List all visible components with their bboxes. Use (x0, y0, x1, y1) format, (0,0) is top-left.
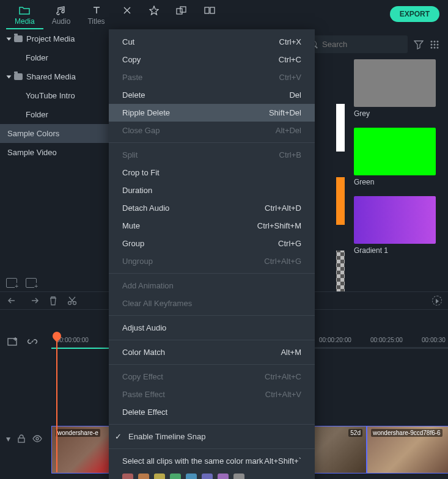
svg-rect-3 (210, 7, 215, 13)
svg-rect-0 (177, 9, 182, 14)
menu-delete[interactable]: DeleteDel (109, 86, 315, 104)
thumb-gradient[interactable]: Gradient 1 (354, 196, 436, 255)
tab-media-label: Media (15, 17, 35, 26)
search-input[interactable] (304, 35, 408, 53)
lock-icon[interactable] (18, 434, 25, 443)
star-icon (149, 5, 159, 16)
tab-titles-label: Titles (87, 17, 105, 26)
swatch (354, 59, 436, 107)
color-mark-dot[interactable] (233, 474, 244, 479)
new-bin-icon[interactable] (26, 278, 37, 288)
link-icon[interactable] (27, 337, 38, 346)
menu-copy[interactable]: CopyCtrl+C (109, 51, 315, 68)
svg-rect-1 (180, 7, 186, 12)
menu-separator (109, 424, 315, 425)
tab-media[interactable]: Media (6, 4, 43, 29)
redo-icon[interactable] (28, 296, 39, 305)
tab-audio-label: Audio (52, 17, 71, 26)
folder-icon (19, 5, 30, 16)
thumb-green[interactable]: Green (354, 128, 436, 186)
color-mark-dot[interactable] (138, 474, 149, 479)
playhead[interactable] (56, 332, 57, 472)
ruler-mark: 00:00:00:00 (56, 337, 89, 343)
check-icon: ✓ (114, 432, 122, 441)
color-mark-dot[interactable] (186, 474, 197, 479)
menu-ripple-delete[interactable]: Ripple DeleteShift+Del (109, 104, 315, 122)
tree-label: Sample Colors (7, 129, 59, 138)
menu-color-match[interactable]: Color MatchAlt+M (109, 343, 315, 361)
svg-point-4 (431, 40, 433, 42)
tab-effects[interactable] (141, 4, 167, 20)
menu-copy-effect: Copy EffectCtrl+Alt+C (109, 368, 315, 386)
text-icon (92, 5, 101, 16)
svg-point-17 (36, 437, 39, 440)
thumb-edge (336, 177, 345, 225)
color-mark-dot[interactable] (202, 474, 213, 479)
music-icon (56, 5, 66, 16)
swatch (354, 128, 436, 175)
color-mark-dot[interactable] (218, 474, 229, 479)
menu-mute[interactable]: MuteCtrl+Shift+M (109, 217, 315, 235)
color-mark-dot[interactable] (154, 474, 165, 479)
menu-timeline-snap[interactable]: ✓Enable Timeline Snap (109, 428, 315, 445)
menu-separator (109, 448, 315, 449)
track-collapse-icon[interactable]: ▾ (6, 434, 10, 444)
tree-label: YouTube Intro (26, 91, 75, 100)
menu-crop[interactable]: Crop to Fit (109, 164, 315, 181)
new-folder-icon[interactable] (6, 278, 17, 288)
menu-split: SplitCtrl+B (109, 146, 315, 164)
add-track-icon[interactable] (7, 337, 18, 346)
play-circle-icon (432, 296, 442, 305)
color-mark-dot[interactable] (122, 474, 133, 479)
render-button[interactable] (432, 296, 442, 305)
thumb-grey[interactable]: Grey (354, 59, 436, 118)
filter-icon[interactable] (414, 40, 424, 49)
tab-titles[interactable]: Titles (79, 4, 113, 28)
menu-adjust-audio[interactable]: Adjust Audio (109, 319, 315, 337)
menu-select-color[interactable]: Select all clips with the same color mar… (109, 452, 315, 470)
svg-point-7 (431, 43, 433, 45)
cut-icon[interactable] (67, 296, 77, 305)
menu-detach-audio[interactable]: Detach AudioCtrl+Alt+D (109, 199, 315, 217)
delete-icon[interactable] (49, 296, 57, 305)
menu-duration[interactable]: Duration (109, 181, 315, 199)
swatch (354, 196, 436, 244)
chevron-down-icon (7, 75, 12, 78)
ruler-mark: 00:00:30 (422, 337, 446, 343)
shapes-icon (176, 5, 187, 16)
menu-cut[interactable]: CutCtrl+X (109, 33, 315, 51)
svg-point-8 (434, 43, 436, 45)
menu-paste: PasteCtrl+V (109, 68, 315, 86)
menu-add-animation: Add Animation (109, 277, 315, 294)
menu-delete-effect[interactable]: Delete Effect (109, 403, 315, 421)
ruler-mark: 00:00:25:00 (370, 337, 403, 343)
svg-rect-2 (205, 7, 209, 13)
tab-split[interactable] (196, 4, 224, 20)
menu-group[interactable]: GroupCtrl+G (109, 235, 315, 252)
undo-icon[interactable] (7, 296, 18, 305)
menu-separator (109, 142, 315, 143)
thumb-label: Gradient 1 (354, 246, 436, 255)
grid-icon[interactable] (430, 40, 439, 49)
tree-label: Folder (26, 53, 48, 62)
color-mark-dot[interactable] (170, 474, 181, 479)
chevron-down-icon (7, 37, 12, 40)
clip-label: wondershare-9ccd78f6-6 (371, 429, 442, 437)
export-button[interactable]: EXPORT (390, 6, 439, 22)
track-controls: ▾ (6, 434, 42, 444)
thumb-label: Green (354, 178, 436, 186)
menu-separator (109, 315, 315, 316)
tab-elements[interactable] (167, 4, 196, 20)
clip-label: wondershare-e (56, 429, 100, 437)
tab-transitions[interactable] (114, 4, 141, 20)
svg-point-5 (434, 40, 436, 42)
svg-point-12 (437, 46, 439, 48)
eye-icon[interactable] (32, 435, 42, 442)
tab-audio[interactable]: Audio (43, 4, 79, 28)
ruler-mark: 00:00:20:00 (319, 337, 351, 343)
clip-duration: 52d (348, 429, 362, 437)
menu-separator (109, 340, 315, 340)
menu-clear-keyframes: Clear All Keyframes (109, 294, 315, 312)
menu-paste-effect: Paste EffectCtrl+Alt+V (109, 386, 315, 403)
clip[interactable]: wondershare-9ccd78f6-6 (367, 426, 448, 474)
